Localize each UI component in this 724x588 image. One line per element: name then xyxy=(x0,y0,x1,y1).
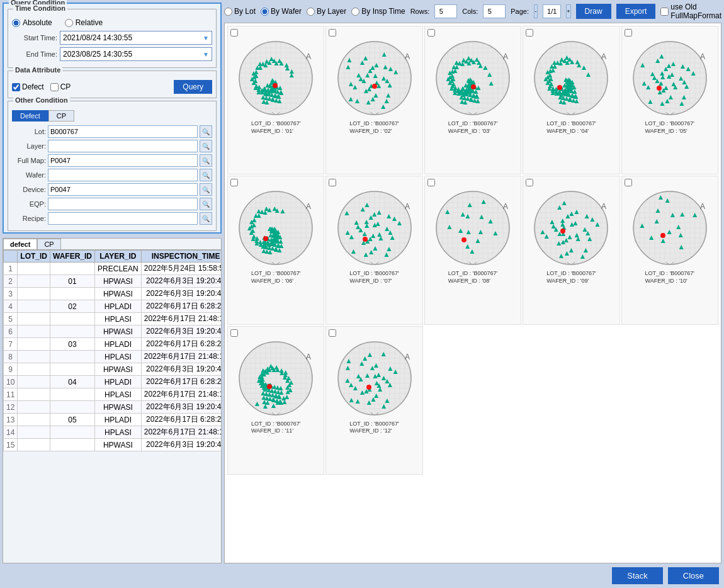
wafer-checkbox-09[interactable] xyxy=(526,179,533,186)
table-row[interactable]: 7 03 HPLADI 2022年6月17日 6:28:29 xyxy=(4,338,222,351)
eqp-search-button[interactable]: 🔍 xyxy=(200,198,212,210)
fullmap-input[interactable] xyxy=(48,154,198,167)
start-time-input[interactable]: 2021/08/24 14:30:55 ▼ xyxy=(60,31,212,45)
wafer-cell[interactable]: ▲▲▲▲▲▲▲▲▲▲▲▲▲▲▲A LOT_ID : 'B000767'WAFER… xyxy=(621,176,718,324)
wafer-cell[interactable]: ▲▲▲▲▲▲▲▲▲▲▲▲▲▲▲▲▲▲▲▲▲▲▲▲▲▲▲▲▲▲▲▲▲▲▲▲▲▲▲▲… xyxy=(227,326,324,475)
fullmap-search-button[interactable]: 🔍 xyxy=(200,154,212,167)
svg-text:A: A xyxy=(306,202,311,211)
wafer-checkbox-02[interactable] xyxy=(329,29,336,37)
table-row[interactable]: 5 HPLASI 2022年6月17日 21:48:14 xyxy=(4,313,222,325)
by-wafer-radio-label[interactable]: By Wafer xyxy=(261,7,302,16)
table-cp-tab[interactable]: CP xyxy=(37,239,60,249)
rows-input[interactable] xyxy=(434,4,457,18)
lot-input[interactable] xyxy=(48,125,198,138)
wafer-cell[interactable]: ▲▲▲▲▲▲▲▲▲▲▲▲▲▲▲▲▲▲▲▲▲▲▲▲▲▲▲▲▲▲▲▲▲▲▲▲▲▲▲▲… xyxy=(227,176,324,324)
end-time-input[interactable]: 2023/08/25 14:30:55 ▼ xyxy=(60,47,212,61)
wafer-cell[interactable]: ▲▲▲▲▲▲▲▲▲▲▲▲▲▲▲▲▲▲▲▲▲▲▲▲▲▲▲▲▲▲▲▲▲▲A LOT_… xyxy=(325,176,422,324)
query-button[interactable]: Query xyxy=(174,80,212,94)
layer-label: Layer: xyxy=(12,142,46,150)
old-fullmap-label[interactable]: use Old FullMapFormat xyxy=(660,3,721,20)
wafer-checkbox-11[interactable] xyxy=(230,329,238,337)
wafer-checkbox-04[interactable] xyxy=(526,29,533,37)
layer-input[interactable] xyxy=(48,140,198,152)
cp-checkbox-label[interactable]: CP xyxy=(50,82,71,91)
wafer-map-07: ▲▲▲▲▲▲▲▲▲▲▲▲▲▲▲▲▲▲▲▲▲▲▲▲▲▲▲▲▲▲▲▲▲▲A xyxy=(334,188,415,270)
wafer-search-button[interactable]: 🔍 xyxy=(200,169,212,181)
old-fullmap-checkbox[interactable] xyxy=(660,8,669,16)
table-row[interactable]: 1 PRECLEAN 2022年5月24日 15:58:51 xyxy=(4,263,222,275)
wafer-checkbox-06[interactable] xyxy=(230,179,238,186)
recipe-search-button[interactable]: 🔍 xyxy=(200,212,212,225)
cp-tab[interactable]: CP xyxy=(48,110,74,122)
table-row[interactable]: 13 05 HPLADI 2022年6月17日 6:28:29 xyxy=(4,414,222,426)
table-row[interactable]: 12 HPWASI 2022年6月3日 19:20:45 xyxy=(4,401,222,414)
page-prev-button[interactable]: - xyxy=(534,4,538,18)
wafer-checkbox-05[interactable] xyxy=(625,29,632,37)
table-container[interactable]: LOT_ID WAFER_ID LAYER_ID INSPECTION_TIME… xyxy=(3,250,221,563)
by-insp-time-radio-label[interactable]: By Insp Time xyxy=(351,7,405,16)
wafer-cell[interactable]: ▲▲▲▲▲▲▲▲▲▲▲▲▲▲▲▲▲▲▲▲▲▲▲▲▲▲▲▲▲▲▲▲▲▲A LOT_… xyxy=(523,176,619,324)
table-row[interactable]: 10 04 HPLADI 2022年6月17日 6:28:29 xyxy=(4,376,222,388)
lot-search-button[interactable]: 🔍 xyxy=(200,125,212,138)
table-row[interactable]: 6 HPWASI 2022年6月3日 19:20:45 xyxy=(4,325,222,338)
by-wafer-radio[interactable] xyxy=(261,8,269,16)
table-row[interactable]: 3 HPWASI 2022年6月3日 19:20:45 xyxy=(4,288,222,300)
svg-text:▲: ▲ xyxy=(680,93,687,101)
wafer-cell[interactable]: ▲▲▲▲▲▲▲▲▲▲▲▲▲▲▲▲▲▲▲▲▲▲▲▲▲▲▲▲▲▲▲▲▲▲A LOT_… xyxy=(325,26,422,174)
stack-button[interactable]: Stack xyxy=(612,567,663,584)
close-button[interactable]: Close xyxy=(668,567,719,584)
footer: Stack Close xyxy=(3,563,721,585)
wafer-cell[interactable]: ▲▲▲▲▲▲▲▲▲▲▲▲▲▲▲▲▲▲▲▲▲▲▲▲▲▲▲▲▲▲▲▲▲▲▲▲▲▲▲▲… xyxy=(523,26,619,174)
wafer-checkbox-10[interactable] xyxy=(625,179,632,186)
wafer-cell[interactable]: ▲▲▲▲▲▲▲▲▲▲▲▲▲▲▲▲▲▲▲▲▲▲▲▲▲▲▲▲▲▲▲▲▲▲▲▲▲▲▲▲… xyxy=(227,26,324,174)
wafer-cell[interactable]: ▲▲▲▲▲▲▲▲▲▲▲▲▲▲▲▲▲▲▲▲▲▲▲▲▲▲▲▲▲▲▲▲▲▲▲▲▲▲▲▲… xyxy=(424,26,521,174)
by-layer-radio-label[interactable]: By Layer xyxy=(307,7,346,16)
svg-text:A: A xyxy=(405,202,410,211)
wafer-grid[interactable]: ▲▲▲▲▲▲▲▲▲▲▲▲▲▲▲▲▲▲▲▲▲▲▲▲▲▲▲▲▲▲▲▲▲▲▲▲▲▲▲▲… xyxy=(224,23,721,563)
table-defect-tab[interactable]: defect xyxy=(3,239,37,249)
draw-button[interactable]: Draw xyxy=(576,4,611,19)
table-row[interactable]: 2 01 HPWASI 2022年6月3日 19:20:45 xyxy=(4,275,222,288)
absolute-radio-label[interactable]: Absolute xyxy=(12,18,52,27)
wafer-input[interactable] xyxy=(48,169,198,181)
table-row[interactable]: 11 HPLASI 2022年6月17日 21:48:14 xyxy=(4,388,222,401)
export-button[interactable]: Export xyxy=(616,4,656,19)
svg-text:▲: ▲ xyxy=(351,383,359,392)
page-next-button[interactable]: + xyxy=(566,4,570,18)
table-row[interactable]: 15 HPWASI 2022年6月3日 19:20:45 xyxy=(4,439,222,451)
defect-checkbox[interactable] xyxy=(12,83,20,91)
cell-time: 2022年6月17日 6:28:29 xyxy=(141,338,221,351)
table-row[interactable]: 14 HPLASI 2022年6月17日 21:48:14 xyxy=(4,426,222,439)
device-search-button[interactable]: 🔍 xyxy=(200,183,212,196)
wafer-checkbox-07[interactable] xyxy=(329,179,336,186)
wafer-cell[interactable]: ▲▲▲▲▲▲▲▲▲▲▲▲▲▲▲▲▲▲▲▲▲▲▲▲▲▲▲▲▲▲▲▲▲A LOT_I… xyxy=(621,26,718,174)
cols-input[interactable] xyxy=(483,4,506,18)
cell-wafer-id xyxy=(50,439,95,451)
by-insp-time-radio[interactable] xyxy=(351,8,359,16)
absolute-radio[interactable] xyxy=(12,19,20,27)
relative-radio[interactable] xyxy=(65,19,73,27)
table-row[interactable]: 8 HPLASI 2022年6月17日 21:48:14 xyxy=(4,351,222,363)
other-condition-title: Other Condition xyxy=(13,96,70,104)
cp-checkbox[interactable] xyxy=(50,83,59,91)
wafer-checkbox-03[interactable] xyxy=(427,29,435,37)
wafer-cell[interactable]: ▲▲▲▲▲▲▲▲▲▲▲▲▲▲▲A LOT_ID : 'B000767'WAFER… xyxy=(424,176,521,324)
wafer-label-02: LOT_ID : 'B000767'WAFER_ID : '02' xyxy=(349,120,399,135)
wafer-checkbox-12[interactable] xyxy=(329,329,336,337)
by-lot-radio-label[interactable]: By Lot xyxy=(224,7,256,16)
defect-tab[interactable]: Defect xyxy=(12,110,48,122)
table-row[interactable]: 4 02 HPLADI 2022年6月17日 6:28:29 xyxy=(4,300,222,313)
wafer-checkbox-01[interactable] xyxy=(230,29,238,37)
layer-search-button[interactable]: 🔍 xyxy=(200,140,212,152)
defect-checkbox-label[interactable]: Defect xyxy=(12,82,44,91)
table-row[interactable]: 9 HPWASI 2022年6月3日 19:20:45 xyxy=(4,363,222,376)
wafer-cell[interactable]: ▲▲▲▲▲▲▲▲▲▲▲▲▲▲▲▲▲▲▲▲▲▲▲▲▲▲▲▲▲▲▲▲▲▲A LOT_… xyxy=(325,326,422,475)
eqp-input[interactable] xyxy=(48,198,198,210)
by-layer-radio[interactable] xyxy=(307,8,315,16)
by-lot-radio[interactable] xyxy=(224,8,232,16)
recipe-input[interactable] xyxy=(48,212,198,225)
wafer-checkbox-08[interactable] xyxy=(427,179,435,186)
relative-radio-label[interactable]: Relative xyxy=(65,18,103,27)
wafer-map-08: ▲▲▲▲▲▲▲▲▲▲▲▲▲▲▲A xyxy=(433,188,513,270)
device-input[interactable] xyxy=(48,183,198,196)
